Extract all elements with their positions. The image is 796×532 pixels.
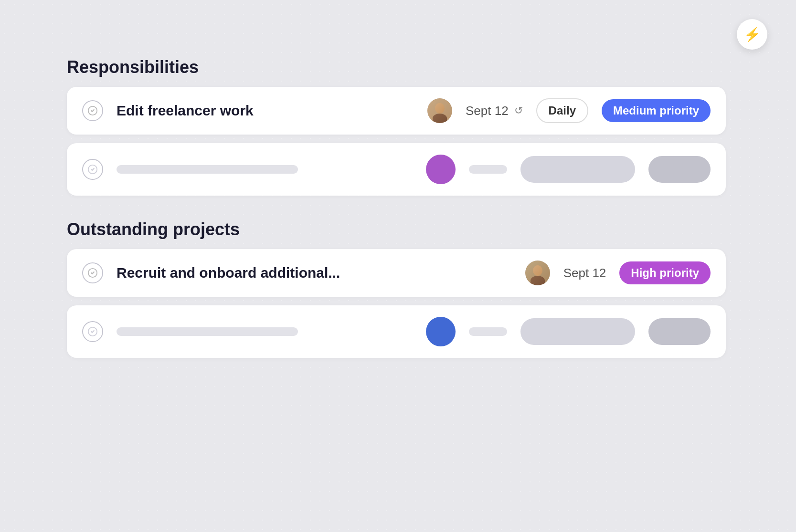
skeleton-avatar-1: [426, 155, 456, 184]
task-priority-badge-1[interactable]: Medium priority: [602, 99, 711, 122]
task-avatar-1: [427, 98, 452, 123]
task-date-1: Sept 12: [466, 104, 509, 118]
skeleton-priority-pill-1: [648, 156, 711, 183]
task-card-edit-freelancer[interactable]: Edit freelancer work Sept 12 ↺ Daily Med…: [67, 87, 726, 135]
skeleton-avatar-2: [426, 317, 456, 346]
outstanding-section: Outstanding projects Recruit and onboard…: [67, 219, 726, 358]
skeleton-checkbox-1: [82, 159, 103, 180]
skeleton-checkbox-2: [82, 321, 103, 342]
responsibilities-title: Responsibilities: [67, 57, 726, 77]
skeleton-date-bar-2: [469, 327, 507, 336]
skeleton-date-bar-1: [469, 165, 507, 174]
task-title-2: Recruit and onboard additional...: [117, 265, 512, 281]
skeleton-freq-pill-1: [520, 156, 635, 183]
task-title-1: Edit freelancer work: [117, 103, 414, 119]
task-date-2: Sept 12: [563, 266, 606, 281]
responsibilities-section: Responsibilities Edit freelancer work Se…: [67, 57, 726, 196]
skeleton-freq-pill-2: [520, 318, 635, 345]
skeleton-title-bar-2: [117, 327, 298, 336]
lightning-icon: ⚡: [744, 27, 761, 42]
skeleton-title-bar-1: [117, 165, 298, 174]
task-date-group-1: Sept 12 ↺: [466, 104, 523, 118]
task-date-group-2: Sept 12: [563, 266, 606, 281]
task-checkbox-1[interactable]: [82, 100, 103, 121]
task-checkbox-2[interactable]: [82, 262, 103, 283]
skeleton-priority-pill-2: [648, 318, 711, 345]
skeleton-card-1: [67, 143, 726, 196]
task-avatar-2: [525, 261, 550, 285]
main-content: Responsibilities Edit freelancer work Se…: [67, 57, 726, 366]
outstanding-title: Outstanding projects: [67, 219, 726, 240]
task-card-recruit[interactable]: Recruit and onboard additional... Sept 1…: [67, 249, 726, 297]
task-priority-badge-2[interactable]: High priority: [619, 261, 711, 284]
repeat-icon-1: ↺: [514, 104, 523, 117]
task-frequency-badge-1[interactable]: Daily: [536, 98, 588, 123]
skeleton-card-2: [67, 305, 726, 358]
flash-button[interactable]: ⚡: [737, 19, 767, 50]
